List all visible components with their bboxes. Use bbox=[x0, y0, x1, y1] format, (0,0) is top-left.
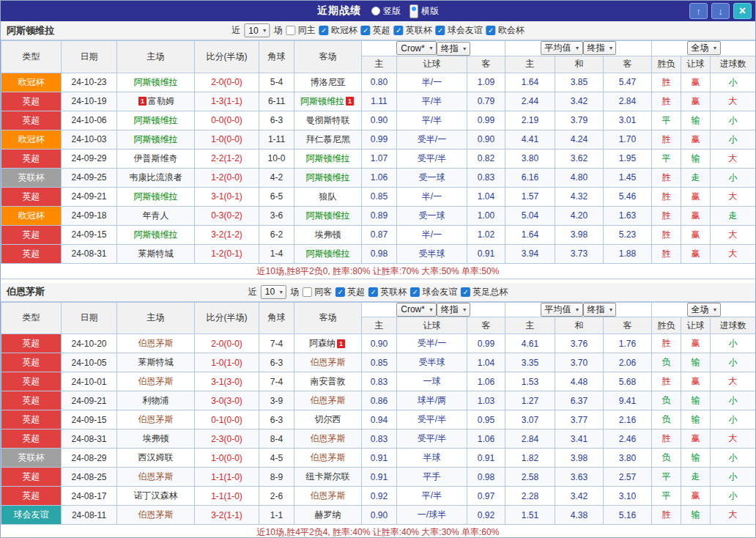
away-team[interactable]: 博洛尼亚 bbox=[294, 73, 362, 92]
away-team[interactable]: 阿森纳1 bbox=[294, 334, 362, 353]
home-team[interactable]: 年青人 bbox=[117, 206, 195, 225]
score[interactable]: 1-3(1-1) bbox=[195, 92, 259, 111]
away-team[interactable]: 伯恩茅斯 bbox=[294, 391, 362, 410]
away-team[interactable]: 伯恩茅斯 bbox=[294, 430, 362, 449]
score[interactable]: 1-0(1-0) bbox=[195, 353, 259, 372]
league-filter-checkbox[interactable]: ✓英超 bbox=[336, 286, 365, 298]
score[interactable]: 0-1(0-0) bbox=[195, 410, 259, 430]
same-venue-checkbox[interactable]: 同客 bbox=[303, 286, 332, 298]
result-goals: 大 bbox=[711, 506, 756, 525]
home-team[interactable]: 莱斯特城 bbox=[117, 353, 195, 372]
home-team[interactable]: 伊普斯维奇 bbox=[117, 149, 195, 168]
ah-bookmaker-select[interactable]: Crow*▼ bbox=[396, 41, 437, 55]
home-team[interactable]: 埃弗顿 bbox=[117, 430, 195, 449]
home-team[interactable]: 莱斯特城 bbox=[117, 244, 195, 263]
away-team[interactable]: 阿斯顿维拉1 bbox=[294, 92, 362, 111]
away-team[interactable]: 切尔西 bbox=[294, 410, 362, 430]
unchecked-checkbox-icon bbox=[286, 26, 296, 35]
checkbox-label: 英超 bbox=[347, 286, 365, 298]
score[interactable]: 2-3(0-0) bbox=[195, 430, 259, 449]
match-scope-select[interactable]: 全场▼ bbox=[687, 303, 721, 317]
home-team[interactable]: 伯恩茅斯 bbox=[117, 410, 195, 430]
league-filter-checkbox[interactable]: ✓英超 bbox=[361, 24, 390, 37]
away-team[interactable]: 埃弗顿 bbox=[294, 225, 362, 244]
score[interactable]: 3-1(0-1) bbox=[195, 187, 259, 206]
result-handicap: 输 bbox=[681, 410, 711, 430]
away-team[interactable]: 阿斯顿维拉 bbox=[294, 149, 362, 168]
ah-time-select[interactable]: 终指▼ bbox=[437, 42, 470, 56]
eu-time-select[interactable]: 终指▼ bbox=[583, 303, 617, 317]
score[interactable]: 1-0(0-0) bbox=[195, 449, 259, 468]
home-team[interactable]: 1富勒姆 bbox=[117, 92, 195, 111]
league-filter-checkbox[interactable]: ✓欧冠杯 bbox=[319, 24, 357, 37]
away-team[interactable]: 阿斯顿维拉 bbox=[294, 244, 362, 263]
home-team[interactable]: 西汉姆联 bbox=[117, 449, 195, 468]
eu-average-select[interactable]: 平均值▼ bbox=[541, 303, 583, 317]
home-team[interactable]: 诺丁汉森林 bbox=[117, 487, 195, 506]
league-filter-checkbox[interactable]: ✓欧会杯 bbox=[486, 24, 525, 37]
score[interactable]: 3-2(1-2) bbox=[195, 225, 259, 244]
home-team[interactable]: 阿斯顿维拉 bbox=[117, 187, 195, 206]
move-up-button[interactable]: ↑ bbox=[689, 3, 708, 19]
score[interactable]: 3-0(3-0) bbox=[195, 391, 259, 410]
ah-home-odds: 0.86 bbox=[362, 391, 397, 410]
result-goals: 大 bbox=[711, 149, 756, 168]
score[interactable]: 3-2(1-1) bbox=[195, 506, 259, 525]
move-down-button[interactable]: ↓ bbox=[711, 3, 730, 19]
home-team[interactable]: 伯恩茅斯 bbox=[117, 372, 195, 391]
match-row: 英超24-08-31埃弗顿2-3(0-0)8-4伯恩茅斯0.83受平/半1.06… bbox=[1, 430, 756, 449]
layout-horizontal-radio[interactable]: 横版 bbox=[410, 4, 439, 18]
away-team[interactable]: 狼队 bbox=[294, 187, 362, 206]
match-count-select[interactable]: 10▼ bbox=[261, 285, 286, 299]
layout-vertical-radio[interactable]: 竖版 bbox=[371, 5, 401, 18]
score[interactable]: 1-1(1-0) bbox=[195, 487, 259, 506]
league-filter-checkbox[interactable]: ✓英足总杯 bbox=[461, 286, 508, 298]
score[interactable]: 0-0(0-0) bbox=[195, 111, 259, 130]
away-team[interactable]: 伯恩茅斯 bbox=[294, 353, 362, 372]
score[interactable]: 1-2(0-0) bbox=[195, 168, 259, 187]
away-team[interactable]: 阿斯顿维拉 bbox=[294, 206, 362, 225]
home-team[interactable]: 伯恩茅斯 bbox=[117, 506, 195, 525]
score[interactable]: 2-2(1-2) bbox=[195, 149, 259, 168]
league-filter-checkbox[interactable]: ✓球会友谊 bbox=[436, 24, 483, 37]
checked-checkbox-icon: ✓ bbox=[410, 287, 420, 297]
away-team[interactable]: 曼彻斯特联 bbox=[294, 111, 362, 130]
same-venue-checkbox[interactable]: 同主 bbox=[286, 24, 316, 37]
home-team[interactable]: 阿斯顿维拉 bbox=[117, 111, 195, 130]
league-filter-checkbox[interactable]: ✓英联杯 bbox=[394, 24, 432, 37]
home-team[interactable]: 阿斯顿维拉 bbox=[117, 73, 195, 92]
away-team[interactable]: 纽卡斯尔联 bbox=[294, 468, 362, 487]
column-header: 类型 bbox=[1, 302, 62, 334]
home-team[interactable]: 阿斯顿维拉 bbox=[117, 225, 195, 244]
score[interactable]: 1-1(1-0) bbox=[195, 468, 259, 487]
away-team[interactable]: 伯恩茅斯 bbox=[294, 487, 362, 506]
home-team[interactable]: 伯恩茅斯 bbox=[117, 468, 195, 487]
score[interactable]: 3-1(3-0) bbox=[195, 372, 259, 391]
score[interactable]: 2-0(0-0) bbox=[195, 334, 259, 353]
ah-time-select[interactable]: 终指▼ bbox=[437, 303, 470, 317]
away-team[interactable]: 拜仁慕尼黑 bbox=[294, 130, 362, 149]
league-filter-checkbox[interactable]: ✓球会友谊 bbox=[410, 286, 457, 298]
away-team[interactable]: 伯恩茅斯 bbox=[294, 449, 362, 468]
score[interactable]: 2-0(0-0) bbox=[195, 73, 259, 92]
eu-average-select[interactable]: 平均值▼ bbox=[541, 41, 583, 55]
score[interactable]: 1-2(0-1) bbox=[195, 244, 259, 263]
home-team[interactable]: 利物浦 bbox=[117, 391, 195, 410]
score[interactable]: 1-0(0-0) bbox=[195, 130, 259, 149]
home-team[interactable]: 韦康比流浪者 bbox=[117, 168, 195, 187]
league-filter-checkbox[interactable]: ✓英联杯 bbox=[368, 286, 407, 298]
home-team[interactable]: 阿斯顿维拉 bbox=[117, 130, 195, 149]
away-team[interactable]: 赫罗纳 bbox=[294, 506, 362, 525]
match-scope-select[interactable]: 全场▼ bbox=[687, 41, 721, 55]
home-team[interactable]: 伯恩茅斯 bbox=[117, 334, 195, 353]
away-team[interactable]: 阿斯顿维拉 bbox=[294, 168, 362, 187]
close-button[interactable]: × bbox=[733, 3, 752, 19]
match-count-select[interactable]: 10▼ bbox=[244, 23, 270, 37]
away-team[interactable]: 南安普敦 bbox=[294, 372, 362, 391]
corners: 8-9 bbox=[259, 468, 294, 487]
eu-home-odds: 1.64 bbox=[505, 225, 555, 244]
score[interactable]: 0-3(0-2) bbox=[195, 206, 259, 225]
ah-bookmaker-select[interactable]: Crow*▼ bbox=[396, 303, 437, 317]
eu-away-odds: 2.57 bbox=[604, 468, 652, 487]
eu-time-select[interactable]: 终指▼ bbox=[583, 41, 617, 55]
